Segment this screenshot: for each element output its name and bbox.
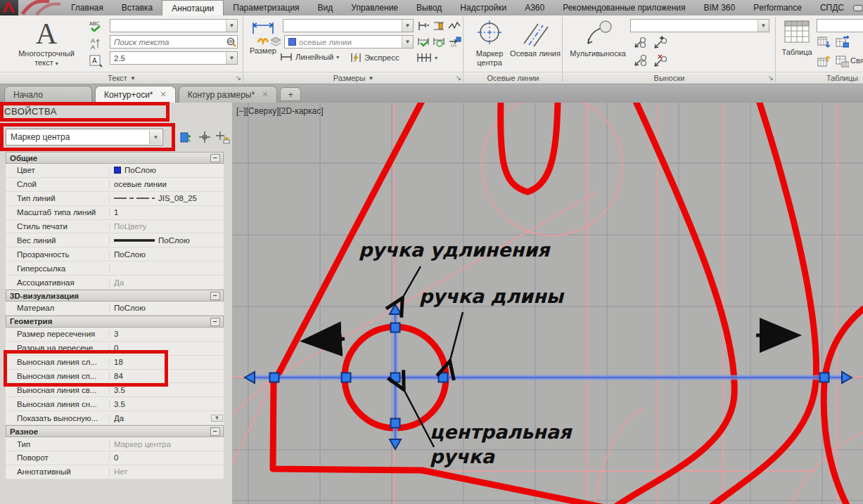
menu-tab[interactable]: Параметризация: [224, 0, 308, 15]
property-value[interactable]: 1: [110, 208, 224, 217]
close-icon[interactable]: ✕: [262, 90, 268, 99]
multileader-button[interactable]: Мультивыноска: [565, 18, 630, 58]
quick-select-icon[interactable]: [214, 129, 231, 145]
document-tab[interactable]: Начало: [4, 86, 92, 103]
centerline-button[interactable]: Осевая линия: [510, 18, 561, 58]
table-link-cell-icon[interactable]: [835, 54, 849, 68]
collapse-icon[interactable]: −: [210, 318, 220, 326]
section-header[interactable]: Геометрия−: [6, 316, 224, 328]
property-value[interactable]: Да: [110, 278, 224, 287]
close-icon[interactable]: ✕: [160, 90, 167, 99]
select-objects-icon[interactable]: [196, 129, 213, 145]
menu-more-button[interactable]: ▼: [853, 0, 863, 15]
menu-tab[interactable]: Управление: [342, 0, 407, 15]
leader-add-icon[interactable]: [633, 36, 647, 50]
section-header[interactable]: Общие−: [6, 152, 224, 164]
dim-break-button[interactable]: ▾: [416, 52, 437, 63]
panel-launcher-icon[interactable]: ↘: [456, 73, 461, 83]
panel-launcher-icon[interactable]: ↘: [236, 73, 241, 83]
autocad-logo-icon[interactable]: [0, 0, 18, 15]
chevron-down-icon[interactable]: ▼: [402, 36, 413, 48]
table-link-label[interactable]: Связь: [850, 56, 863, 65]
property-value[interactable]: ПоСлою: [110, 166, 224, 174]
property-value[interactable]: 3: [110, 330, 224, 338]
collapse-icon[interactable]: −: [210, 427, 220, 436]
chevron-down-icon[interactable]: ▼: [149, 130, 162, 144]
menu-tab[interactable]: Вид: [309, 0, 343, 15]
table-export-icon[interactable]: [817, 36, 831, 50]
chevron-down-icon[interactable]: ▼: [211, 415, 223, 422]
dim-layer-combobox[interactable]: осевые линии ▼: [284, 35, 414, 49]
text-height-combobox[interactable]: 2.5▼: [110, 51, 238, 65]
panel-strip-leaders[interactable]: Выноски ↘: [563, 72, 776, 84]
text-annotative-icon[interactable]: A: [89, 53, 103, 67]
text-style-combobox[interactable]: ▼: [110, 19, 238, 32]
property-value[interactable]: Нет: [110, 467, 224, 476]
menu-tab[interactable]: Аннотации: [162, 0, 224, 15]
property-value[interactable]: 3.5: [110, 386, 224, 394]
dim-update-icon[interactable]: [432, 34, 446, 49]
center-mark-button[interactable]: Маркер центра: [469, 18, 510, 67]
leader-collect-icon[interactable]: [633, 54, 647, 68]
dim-jogged-icon[interactable]: [447, 19, 461, 33]
property-value[interactable]: JIS_08_25: [110, 194, 224, 202]
chevron-down-icon[interactable]: ▼: [757, 20, 769, 32]
dim-style-combobox[interactable]: ▼: [283, 19, 414, 32]
dim-express-button[interactable]: Экспресс: [350, 52, 399, 63]
dim-reassociate-icon[interactable]: [447, 34, 461, 49]
leader-remove-icon[interactable]: [653, 54, 667, 68]
property-value[interactable]: осевые линии: [110, 180, 224, 188]
property-value[interactable]: 0: [110, 453, 224, 462]
property-value[interactable]: Да▼: [110, 414, 224, 422]
menu-tab[interactable]: Главная: [62, 0, 113, 15]
property-value[interactable]: ПоСлою: [110, 304, 224, 312]
dim-check-icon[interactable]: [416, 34, 430, 49]
property-value[interactable]: ПоСлою: [110, 250, 224, 259]
viewport-controls[interactable]: [−][Сверху][2D-каркас]: [236, 106, 324, 116]
menu-tab[interactable]: Рекомендованные приложения: [554, 0, 694, 15]
property-value[interactable]: ПоЦвету: [110, 222, 224, 231]
panel-launcher-icon[interactable]: ↘: [768, 73, 774, 83]
menu-tab[interactable]: Надстройки: [451, 0, 516, 15]
menu-tab[interactable]: Вставка: [113, 0, 162, 15]
menu-tab[interactable]: Performance: [744, 0, 811, 15]
property-value[interactable]: Маркер центра: [110, 440, 224, 448]
object-type-combobox[interactable]: Маркер центра ▼: [6, 129, 163, 146]
section-header[interactable]: 3D-визуализация−: [6, 290, 224, 302]
table-import-icon[interactable]: [817, 54, 831, 68]
menu-tab[interactable]: A360: [516, 0, 554, 15]
leader-plus-icon[interactable]: [653, 36, 667, 50]
search-input[interactable]: [114, 38, 213, 46]
dim-baseline-icon[interactable]: [416, 19, 430, 33]
table-datalink-icon[interactable]: [835, 36, 849, 50]
panel-strip-centerlines[interactable]: Осевые линии: [464, 72, 563, 84]
property-value[interactable]: 18: [110, 358, 224, 366]
collapse-icon[interactable]: −: [210, 154, 220, 162]
text-search-input[interactable]: ABC: [110, 35, 238, 49]
panel-strip-tables[interactable]: Таблицы: [776, 72, 863, 84]
menu-tab[interactable]: СПДС: [811, 0, 853, 15]
chevron-down-icon[interactable]: ▼: [226, 20, 237, 32]
dim-linear-button[interactable]: Линейный▾: [280, 52, 339, 62]
search-text-icon[interactable]: ABC: [226, 36, 237, 48]
mtext-button[interactable]: A Многострочный текст ▾: [10, 17, 83, 68]
property-value[interactable]: 0: [110, 344, 224, 352]
mleader-style-combobox[interactable]: ▼: [630, 19, 769, 32]
new-tab-button[interactable]: +: [280, 87, 301, 101]
toggle-pickadd-icon[interactable]: [177, 129, 194, 145]
collapse-icon[interactable]: −: [210, 292, 220, 300]
spell-check-icon[interactable]: ABC: [89, 20, 103, 34]
menu-tab[interactable]: BIM 360: [695, 0, 745, 15]
document-tab[interactable]: Контур+оси*✕: [95, 86, 176, 103]
menu-tab[interactable]: Вывод: [407, 0, 451, 15]
property-value[interactable]: 3.5: [110, 400, 224, 408]
chevron-down-icon[interactable]: ▼: [402, 20, 413, 32]
dim-continue-icon[interactable]: [432, 19, 446, 33]
property-value[interactable]: 84: [110, 372, 224, 380]
table-button[interactable]: Таблица: [779, 18, 815, 57]
find-replace-icon[interactable]: AA: [89, 37, 103, 51]
document-tab[interactable]: Контур размеры*✕: [179, 86, 278, 103]
chevron-down-icon[interactable]: ▼: [226, 52, 237, 64]
panel-strip-text[interactable]: Текст▼ ↘: [0, 72, 243, 84]
property-value[interactable]: ПоСлою: [110, 236, 224, 245]
